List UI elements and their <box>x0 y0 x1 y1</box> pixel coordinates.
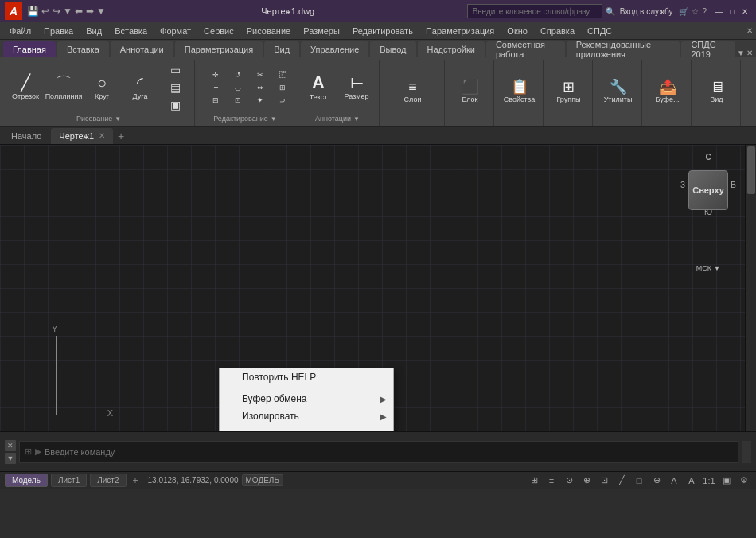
tool-view-label: Вид <box>710 96 723 103</box>
ribbon-expand-icon[interactable]: ▼ <box>737 49 745 57</box>
menu-edit[interactable]: Правка <box>37 22 80 39</box>
command-input[interactable] <box>45 447 733 457</box>
menu-help[interactable]: Справка <box>534 22 581 39</box>
osnap-toggle[interactable]: ⊡ <box>597 474 611 488</box>
close-button[interactable]: ✕ <box>738 5 751 18</box>
scrollbar-vertical[interactable] <box>745 145 756 431</box>
tab-insert[interactable]: Вставка <box>57 41 109 57</box>
tool-utilities[interactable]: 🔧 Утилиты <box>601 69 636 114</box>
tool-polyline[interactable]: ⌒ Полилиния <box>46 65 81 110</box>
otrack-toggle[interactable]: ╱ <box>614 474 629 488</box>
snap-toggle[interactable]: ≡ <box>544 474 559 488</box>
menu-parametrize[interactable]: Параметризация <box>419 22 501 39</box>
maximize-button[interactable]: □ <box>726 5 738 18</box>
tool-copy[interactable]: ⿷ <box>268 69 297 80</box>
view-cube-face[interactable]: Сверху <box>688 170 728 210</box>
axis-y <box>56 336 57 415</box>
tool-offset[interactable]: ⊃ <box>268 95 297 106</box>
ctx-item-undo[interactable]: ↩ Отменить Группа команд <box>220 429 393 431</box>
add-sheet-button[interactable]: + <box>130 475 142 486</box>
menu-view[interactable]: Вид <box>80 22 108 39</box>
help-btn[interactable]: ? <box>702 7 707 16</box>
tool-buffer[interactable]: 📤 Буфе... <box>650 69 685 114</box>
close-doc-icon[interactable]: ✕ <box>746 26 753 35</box>
tab-spds2019[interactable]: СПДС 2019 <box>681 41 735 57</box>
tab-drawing1[interactable]: Чертеж1 ✕ <box>51 128 113 144</box>
menu-service[interactable]: Сервис <box>197 22 240 39</box>
menu-format[interactable]: Формат <box>154 22 197 39</box>
minimize-button[interactable]: — <box>713 5 726 18</box>
command-input-area: ⊞ ▶ <box>19 441 738 463</box>
menu-modify[interactable]: Редактировать <box>346 22 419 39</box>
tool-layers[interactable]: ≡ Слои <box>396 69 431 114</box>
annotation-expand-arrow[interactable]: ▼ <box>353 115 360 123</box>
tool-scale[interactable]: ⊞ <box>268 82 297 93</box>
command-close-buttons: ✕ ▼ <box>5 440 16 464</box>
modify-expand-arrow[interactable]: ▼ <box>271 115 277 123</box>
tool-block[interactable]: ⬛ Блок <box>453 69 488 114</box>
tab-collab[interactable]: Совместная работа <box>486 41 565 57</box>
ribbon-group-modify: ✛ ↺ ✂ ⿷ ⫟ ◡ ⇔ ⊞ ⊟ ⊡ ✦ ⊃ Редактирование ▼ <box>197 60 294 126</box>
polar-toggle[interactable]: ⊕ <box>579 474 594 488</box>
cmd-close-chevron[interactable]: ▼ <box>5 453 16 464</box>
ortho-toggle[interactable]: ⊙ <box>562 474 576 488</box>
menu-dimensions[interactable]: Размеры <box>297 22 346 39</box>
tab-annotations[interactable]: Аннотации <box>111 41 173 57</box>
tool-hatch[interactable]: ▤ <box>161 80 189 96</box>
cmd-close-x[interactable]: ✕ <box>5 440 16 451</box>
tool-arc[interactable]: ◜ Дуга <box>123 65 158 110</box>
menu-spds[interactable]: СПДС <box>581 22 618 39</box>
ctx-item-clipboard[interactable]: Буфер обмена ▶ <box>220 390 393 407</box>
login-label[interactable]: Вход в службу <box>620 7 673 16</box>
tab-parametrize[interactable]: Параметризация <box>175 41 263 57</box>
grid-toggle[interactable]: ⊞ <box>527 474 541 488</box>
tool-view[interactable]: 🖥 Вид <box>699 69 735 114</box>
tool-properties[interactable]: 📋 Свойства <box>502 69 537 114</box>
qprops-toggle[interactable]: 1:1 <box>702 474 716 488</box>
tool-dimension[interactable]: ⊢ Размер <box>339 65 374 110</box>
tool-line[interactable]: ╱ Отрезок <box>8 65 43 110</box>
ctx-item-repeat-help[interactable]: Повторить HELP <box>220 368 393 386</box>
tab-manage[interactable]: Управление <box>301 41 368 57</box>
tool-circle[interactable]: ○ Круг <box>84 65 119 110</box>
ribbon-close-icon[interactable]: ✕ <box>746 49 753 57</box>
ctx-divider-2 <box>220 427 393 427</box>
ctx-item-isolate[interactable]: Изолировать ▶ <box>220 407 393 425</box>
drawing-area[interactable]: С В Ю З Сверху МСК ▼ Повторить HELP Буфе… <box>0 145 756 431</box>
cart-icon: 🛒 <box>679 7 688 16</box>
tab-output[interactable]: Вывод <box>370 41 415 57</box>
menu-draw[interactable]: Рисование <box>240 22 297 39</box>
workspace-toggle[interactable]: ⚙ <box>737 474 751 488</box>
tab-close-drawing1[interactable]: ✕ <box>99 131 105 140</box>
tool-buffer-label: Буфе... <box>655 96 679 103</box>
tab-settings[interactable]: Надстройки <box>418 41 485 57</box>
draw-expand-arrow[interactable]: ▼ <box>115 115 121 123</box>
tpress-toggle[interactable]: А <box>684 474 699 488</box>
tab-view[interactable]: Вид <box>264 41 299 57</box>
tab-model[interactable]: Модель <box>5 474 48 487</box>
menu-window[interactable]: Окно <box>501 22 534 39</box>
tool-groups[interactable]: ⊞ Группы <box>551 69 586 114</box>
coordinates-display: 13.0128, 16.7932, 0.0000 <box>148 476 239 485</box>
new-tab-button[interactable]: + <box>115 130 127 142</box>
tool-rect[interactable]: ▭ <box>161 62 189 78</box>
tab-sheet1[interactable]: Лист1 <box>51 474 87 487</box>
search-input[interactable] <box>467 4 602 18</box>
tool-text[interactable]: A Текст <box>301 65 336 110</box>
ribbon-group-buffer: 📤 Буфе... <box>644 60 692 126</box>
scrollbar-thumb[interactable] <box>747 146 755 194</box>
lweight-toggle[interactable]: Λ <box>667 474 681 488</box>
view-cube[interactable]: С В Ю З Сверху МСК ▼ <box>680 153 736 209</box>
dynin-toggle[interactable]: ⊕ <box>649 474 664 488</box>
tab-sheet2[interactable]: Лист2 <box>90 474 126 487</box>
tab-home[interactable]: Главная <box>3 41 56 57</box>
menu-file[interactable]: Файл <box>3 22 37 39</box>
menu-bar: Файл Правка Вид Вставка Формат Сервис Ри… <box>0 22 756 40</box>
tab-recommended[interactable]: Рекомендованные приложения <box>567 41 680 57</box>
menu-insert[interactable]: Вставка <box>108 22 154 39</box>
command-scrollbar[interactable] <box>742 441 751 463</box>
tool-gradient[interactable]: ▣ <box>161 97 189 113</box>
ducs-toggle[interactable]: □ <box>632 474 646 488</box>
annscale-toggle[interactable]: ▣ <box>719 474 734 488</box>
tab-home-doc[interactable]: Начало <box>3 128 49 144</box>
